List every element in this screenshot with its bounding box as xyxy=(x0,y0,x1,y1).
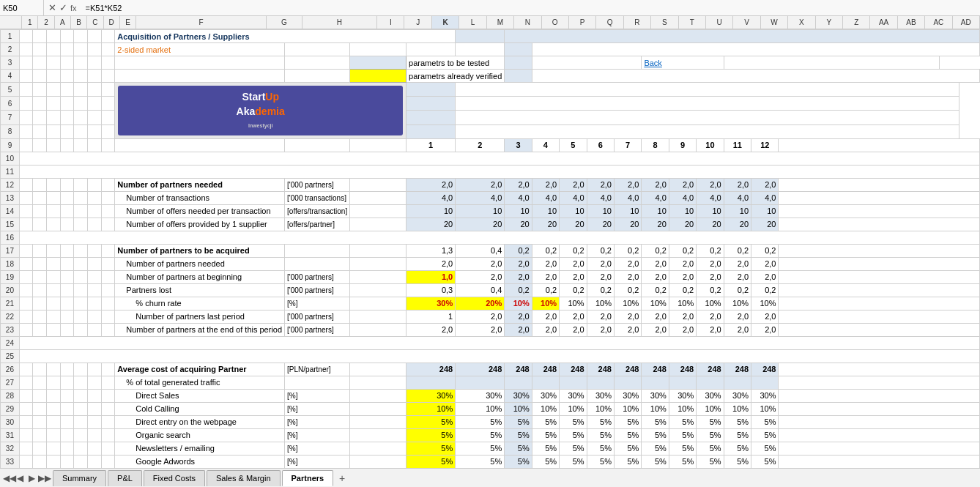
tabs-bar: ◀◀ ◀ ▶ ▶▶ Summary P&L Fixed Costs Sales … xyxy=(0,468,980,487)
table-row: 15 Number of offers provided by 1 suppli… xyxy=(1,218,980,231)
col-y-header[interactable]: Y xyxy=(816,16,843,29)
table-row: 9 1 2 3 4 5 6 7 8 9 10 11 12 xyxy=(1,138,980,152)
period-9: 9 xyxy=(669,138,696,152)
legend-blue-box xyxy=(350,56,407,70)
col-1-header[interactable]: 1 xyxy=(22,16,38,29)
col-p-header[interactable]: P xyxy=(569,16,596,29)
table-row: 30 Direct entry on the webpage [%] 5% 5%… xyxy=(1,415,980,428)
table-row: 5 StartUp Akademia Inwestycji xyxy=(1,83,980,97)
spreadsheet-area[interactable]: 1 Acquisition of Partners / Suppliers 2 … xyxy=(0,29,980,468)
formula-content: =K51*K52 xyxy=(81,4,980,12)
col-ac-header[interactable]: AC xyxy=(925,16,952,29)
table-row: 27 % of total generated traffic xyxy=(1,376,980,389)
add-sheet-button[interactable]: + xyxy=(335,471,349,486)
tab-prev-prev[interactable]: ◀◀ xyxy=(3,473,13,483)
tab-summary[interactable]: Summary xyxy=(53,470,106,486)
table-row: 4 parametrs already verified xyxy=(1,70,980,83)
period-12: 12 xyxy=(751,138,779,152)
confirm-icon[interactable]: ✓ xyxy=(59,2,67,13)
period-2: 2 xyxy=(456,138,505,152)
logo-cell: StartUp Akademia Inwestycji xyxy=(115,83,407,139)
col-ad-header[interactable]: AD xyxy=(953,16,980,29)
col-v-header[interactable]: V xyxy=(733,16,760,29)
r12-label: Number of partners needed xyxy=(115,178,285,191)
col-i-header[interactable]: I xyxy=(377,16,404,29)
col-e-header[interactable]: E xyxy=(120,16,136,29)
tab-next[interactable]: ▶ xyxy=(26,473,37,483)
table-row: 22 Number of partners last period ['000 … xyxy=(1,310,980,323)
period-10: 10 xyxy=(697,138,724,152)
table-row: 17 Number of partners to be acquired 1,3… xyxy=(1,244,980,257)
period-4: 4 xyxy=(532,138,559,152)
col-o-header[interactable]: O xyxy=(542,16,569,29)
legend-blue-text: parametrs to be tested xyxy=(407,56,505,70)
subtitle-cell: 2-sided market xyxy=(115,43,285,56)
tab-next-next[interactable]: ▶▶ xyxy=(38,473,48,483)
tab-sales-margin[interactable]: Sales & Margin xyxy=(207,470,281,486)
col-a-header[interactable]: A xyxy=(55,16,71,29)
tab-pl[interactable]: P&L xyxy=(108,470,142,486)
col-r-header[interactable]: R xyxy=(624,16,651,29)
tab-fixed-costs[interactable]: Fixed Costs xyxy=(144,470,205,486)
col-w-header[interactable]: W xyxy=(761,16,788,29)
table-row: 13 Number of transactions ['000 transact… xyxy=(1,191,980,204)
formula-controls: ✕ ✓ fx xyxy=(44,2,81,13)
table-row: 32 Newsletters / emailing [%] 5% 5% 5% 5… xyxy=(1,442,980,455)
col-aa-header[interactable]: AA xyxy=(870,16,897,29)
col-l-header[interactable]: L xyxy=(459,16,486,29)
title-cell: Acquisition of Partners / Suppliers xyxy=(115,30,456,43)
r13-label: Number of transactions xyxy=(115,191,285,204)
cancel-icon[interactable]: ✕ xyxy=(48,2,56,13)
table-row: 19 Number of partners at beginning ['000… xyxy=(1,270,980,283)
back-link[interactable]: Back xyxy=(642,56,724,70)
tab-prev[interactable]: ◀ xyxy=(15,473,25,483)
period-11: 11 xyxy=(724,138,751,152)
col-ab-header[interactable]: AB xyxy=(898,16,925,29)
table-row: 33 Google Adwords [%] 5% 5% 5% 5%5% 5%5%… xyxy=(1,455,980,468)
col-2-header[interactable]: 2 xyxy=(38,16,54,29)
tab-partners[interactable]: Partners xyxy=(282,470,334,486)
col-j-header[interactable]: J xyxy=(404,16,431,29)
r12-k: 2,0 xyxy=(505,178,532,191)
table-row: 25 xyxy=(1,349,980,363)
col-s-header[interactable]: S xyxy=(651,16,678,29)
col-n-header[interactable]: N xyxy=(514,16,541,29)
col-z-header[interactable]: Z xyxy=(843,16,870,29)
period-8: 8 xyxy=(642,138,669,152)
table-row: 2 2-sided market xyxy=(1,43,980,56)
table-row: 10 xyxy=(1,152,980,165)
col-k-header[interactable]: K xyxy=(432,16,459,29)
r12-unit: ['000 partners] xyxy=(285,178,350,191)
col-c-header[interactable]: C xyxy=(87,16,103,29)
col-d-header[interactable]: D xyxy=(104,16,120,29)
table-row: 31 Organic search [%] 5% 5% 5% 5%5% 5%5%… xyxy=(1,428,980,442)
table-row: 3 parametrs to be tested Back xyxy=(1,56,980,70)
col-h-header[interactable]: H xyxy=(302,16,377,29)
r12-o: 2,0 xyxy=(614,178,641,191)
col-b-header[interactable]: B xyxy=(71,16,87,29)
cell-reference[interactable]: K50 xyxy=(0,0,44,15)
period-5: 5 xyxy=(560,138,587,152)
column-headers: 1 2 A B C D E F G H I J K L M N O P Q R … xyxy=(0,16,980,29)
function-icon[interactable]: fx xyxy=(70,4,77,12)
sheet-table: 1 Acquisition of Partners / Suppliers 2 … xyxy=(0,29,980,468)
table-row: 11 xyxy=(1,165,980,178)
col-q-header[interactable]: Q xyxy=(596,16,623,29)
col-g-header[interactable]: G xyxy=(267,16,302,29)
legend-yellow-box xyxy=(350,70,407,83)
col-x-header[interactable]: X xyxy=(788,16,815,29)
period-7: 7 xyxy=(614,138,641,152)
table-row: 18 Number of partners needed 2,02,0 2,0 … xyxy=(1,257,980,270)
table-row: 14 Number of offers needed per transacti… xyxy=(1,204,980,218)
col-m-header[interactable]: M xyxy=(487,16,514,29)
col-t-header[interactable]: T xyxy=(679,16,706,29)
r12-r: 2,0 xyxy=(697,178,724,191)
r12-j: 2,0 xyxy=(456,178,505,191)
col-f-header[interactable]: F xyxy=(136,16,267,29)
col-u-header[interactable]: U xyxy=(706,16,733,29)
table-row: 12 Number of partners needed ['000 partn… xyxy=(1,178,980,191)
table-row: 23 Number of partners at the end of this… xyxy=(1,323,980,336)
formula-bar: K50 ✕ ✓ fx =K51*K52 xyxy=(0,0,980,16)
r12-i: 2,0 xyxy=(407,178,456,191)
r12-n: 2,0 xyxy=(587,178,614,191)
